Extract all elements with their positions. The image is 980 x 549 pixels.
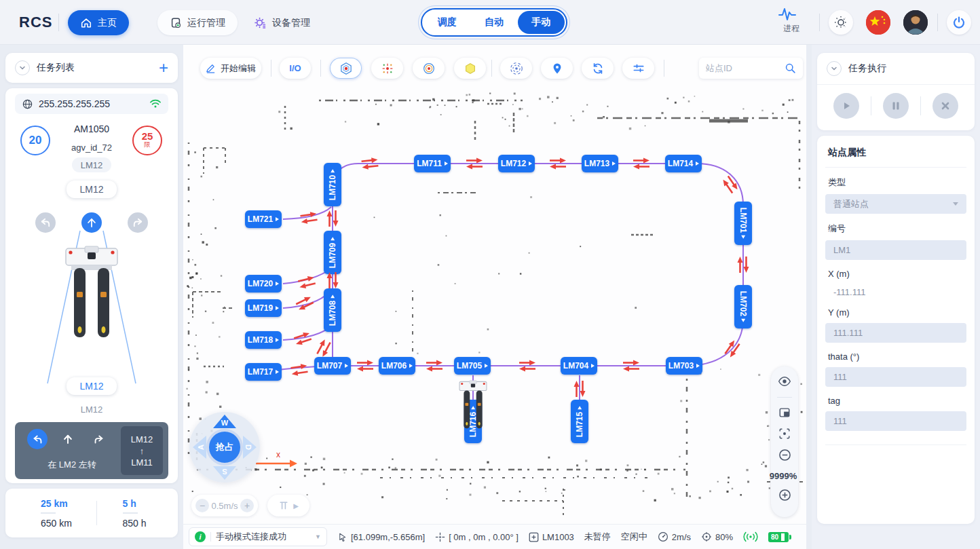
layer-normal-station-button[interactable]: [330, 58, 362, 79]
station-LM709[interactable]: LM709: [324, 231, 341, 274]
map-paths: [183, 48, 806, 549]
task-start-button[interactable]: [833, 93, 859, 119]
station-LM715[interactable]: LM715: [571, 400, 588, 443]
station-label: LM708: [328, 301, 337, 326]
station-LM707[interactable]: LM707: [314, 357, 351, 375]
station-LM721[interactable]: LM721: [245, 210, 282, 228]
tab-dispatch[interactable]: 调度: [423, 11, 470, 34]
task-execution-panel: 任务执行: [817, 53, 975, 130]
field-input[interactable]: 111: [825, 411, 966, 431]
field-input[interactable]: LM1: [825, 240, 966, 260]
joystick-up-key[interactable]: W: [213, 415, 236, 428]
navigation-panel: LM12 ↑ LM11 在 LM2 左转: [15, 422, 168, 479]
lidar-view-button[interactable]: [500, 58, 532, 79]
field-input[interactable]: 111.111: [825, 323, 966, 343]
joystick-left-key[interactable]: A: [193, 436, 206, 459]
joystick-down-key[interactable]: S: [213, 466, 236, 480]
minimap-button[interactable]: [778, 406, 791, 419]
station-label: LM718: [248, 335, 273, 345]
search-icon[interactable]: [785, 62, 796, 74]
layer-target-button[interactable]: [413, 58, 445, 79]
pause-state: 未暂停: [584, 531, 611, 543]
speed-decrease-button[interactable]: −: [195, 499, 209, 512]
station-LM713[interactable]: LM713: [582, 155, 618, 172]
locate-button[interactable]: [541, 58, 573, 79]
ip-address: 255.255.255.255: [39, 98, 144, 109]
add-task-button[interactable]: +: [159, 61, 168, 75]
seize-control-button[interactable]: 抢占: [206, 429, 243, 466]
station-LM718[interactable]: LM718: [245, 331, 282, 349]
status-message-dropdown[interactable]: i 手动模式连接成功 ▼: [189, 527, 327, 546]
station-label: LM703: [668, 361, 694, 371]
language-flag-button[interactable]: [866, 10, 890, 35]
sliders-icon: [632, 62, 645, 75]
tab-manual[interactable]: 手动: [518, 11, 565, 34]
task-pause-button[interactable]: [883, 93, 909, 119]
filter-settings-button[interactable]: [622, 58, 654, 79]
task-cancel-button[interactable]: [932, 93, 958, 119]
speed-increase-button[interactable]: +: [240, 499, 254, 512]
station-LM706[interactable]: LM706: [379, 357, 415, 375]
field-select[interactable]: 普通站点: [825, 194, 966, 214]
station-LM720[interactable]: LM720: [245, 275, 282, 292]
field-input[interactable]: 111: [825, 367, 966, 387]
nav-item-home[interactable]: 主页: [68, 10, 129, 35]
zoom-out-button[interactable]: [778, 449, 791, 461]
center-focus-button[interactable]: [778, 428, 791, 440]
station-LM719[interactable]: LM719: [245, 299, 282, 317]
station-label: LM717: [248, 367, 273, 377]
station-LM708[interactable]: LM708: [324, 288, 341, 332]
refresh-button[interactable]: [582, 58, 614, 79]
station-LM717[interactable]: LM717: [245, 363, 282, 381]
direction-arrow-icon: [345, 364, 348, 368]
direction-arrow-icon: [612, 162, 616, 166]
joystick-right-key[interactable]: D: [243, 436, 257, 459]
tab-auto[interactable]: 自动: [470, 11, 517, 34]
station-LM703[interactable]: LM703: [666, 357, 702, 375]
select-caret-icon: [953, 202, 958, 206]
map-agv-icon[interactable]: [459, 380, 487, 430]
zoom-in-button[interactable]: [778, 489, 791, 501]
process-button[interactable]: 进程: [778, 7, 805, 35]
station-LM710[interactable]: LM710: [324, 163, 341, 206]
station-label: LM719: [248, 303, 273, 313]
visibility-button[interactable]: [778, 375, 791, 388]
station-LM704[interactable]: LM704: [561, 357, 597, 375]
battery-icon: 80: [768, 532, 789, 542]
collapse-chevron-icon[interactable]: [827, 61, 842, 76]
station-LM705[interactable]: LM705: [454, 357, 491, 375]
divider: [664, 60, 664, 77]
nav-item-operation[interactable]: 运行管理: [157, 10, 238, 35]
station-label: LM706: [381, 361, 407, 371]
station-LM701[interactable]: LM701: [734, 202, 752, 245]
divider: [58, 14, 59, 31]
route-segment: LM12 ↑ LM11: [121, 426, 163, 475]
station-LM702[interactable]: LM702: [734, 285, 752, 328]
fork-control-button[interactable]: ▶: [267, 495, 309, 516]
station-LM712[interactable]: LM712: [498, 155, 535, 172]
localization-confidence: 80%: [701, 531, 733, 542]
theme-toggle-button[interactable]: [829, 10, 853, 35]
station-label: LM710: [328, 175, 337, 200]
nav-item-device[interactable]: 设备管理: [242, 10, 322, 35]
start-edit-button[interactable]: 开始编辑: [200, 58, 261, 79]
china-flag-icon: [866, 10, 890, 35]
collapse-chevron-icon[interactable]: [15, 60, 30, 75]
io-button[interactable]: I/O: [280, 58, 311, 79]
avatar-image: [903, 10, 928, 35]
user-avatar[interactable]: [903, 10, 928, 35]
station-LM714[interactable]: LM714: [665, 155, 702, 172]
ip-address-field[interactable]: 255.255.255.255: [15, 94, 168, 114]
monitor-icon: [170, 17, 182, 29]
direction-arrow-icon: [696, 364, 700, 368]
station-search-input[interactable]: [706, 63, 779, 73]
divider: [271, 60, 271, 77]
power-button[interactable]: [947, 10, 971, 35]
station-LM711[interactable]: LM711: [414, 155, 451, 172]
task-list-title: 任务列表: [37, 62, 75, 74]
direction-arrow-icon: [276, 282, 279, 286]
layer-area-button[interactable]: [454, 58, 486, 79]
layer-laser-button[interactable]: [371, 58, 403, 79]
crosshair-icon: [435, 532, 445, 542]
direction-arrow-icon: [276, 338, 279, 342]
